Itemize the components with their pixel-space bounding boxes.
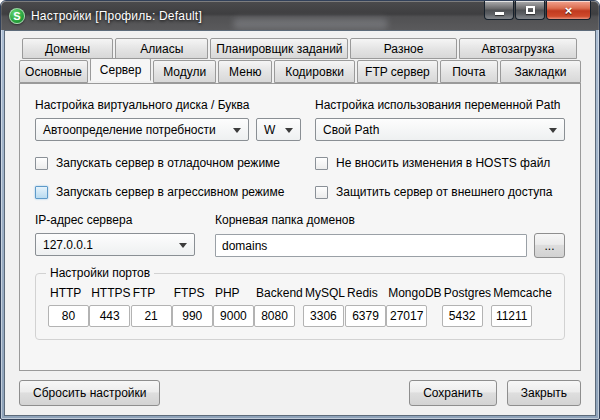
drive-letter-value: W bbox=[264, 123, 275, 137]
port-mongodb: MongoDB bbox=[386, 286, 441, 327]
port-postgres: Postgres bbox=[442, 286, 491, 327]
path-mode-value: Свой Path bbox=[323, 123, 379, 137]
server-tab-page: Настройка виртуального диска / Буква Авт… bbox=[19, 83, 581, 371]
app-logo-icon: S bbox=[9, 8, 25, 24]
checkbox-external-access-box[interactable] bbox=[315, 186, 328, 199]
tab-bar: Домены Алиасы Планировщик заданий Разное… bbox=[5, 31, 595, 83]
port-php-input[interactable] bbox=[213, 305, 254, 327]
tab-encodings[interactable]: Кодировки bbox=[274, 60, 354, 83]
save-button[interactable]: Сохранить bbox=[409, 380, 497, 406]
port-php-label: PHP bbox=[215, 286, 240, 300]
reset-settings-button[interactable]: Сбросить настройки bbox=[19, 380, 160, 406]
port-http-label: HTTP bbox=[50, 286, 81, 300]
ip-address-select[interactable]: 127.0.0.1 bbox=[35, 233, 195, 256]
port-mongodb-label: MongoDB bbox=[388, 286, 441, 300]
checkbox-debug-mode[interactable]: Запускать сервер в отладочном режиме bbox=[35, 156, 301, 170]
port-memcache-input[interactable] bbox=[491, 305, 532, 327]
root-folder-label: Корневая папка доменов bbox=[215, 213, 565, 227]
tab-misc[interactable]: Разное bbox=[350, 38, 457, 59]
window-controls: × bbox=[484, 1, 591, 20]
maximize-button[interactable] bbox=[515, 1, 545, 20]
tab-general[interactable]: Основные bbox=[19, 60, 88, 83]
port-redis: Redis bbox=[345, 286, 386, 327]
port-http-input[interactable] bbox=[48, 305, 89, 327]
checkbox-external-access[interactable]: Защитить сервер от внешнего доступа bbox=[315, 185, 565, 199]
tab-mail[interactable]: Почта bbox=[440, 60, 498, 83]
port-mysql-input[interactable] bbox=[303, 305, 344, 327]
port-https-label: HTTPS bbox=[91, 286, 130, 300]
minimize-icon bbox=[495, 12, 504, 15]
close-icon: × bbox=[565, 3, 573, 18]
checkbox-debug-mode-box[interactable] bbox=[35, 157, 48, 170]
virtual-disk-mode-value: Автоопределение потребности bbox=[43, 123, 216, 137]
ports-group: Настройки портов HTTP HTTPS FTP bbox=[35, 273, 565, 340]
tab-domains[interactable]: Домены bbox=[22, 38, 113, 59]
close-button[interactable]: × bbox=[546, 1, 591, 20]
ip-label: IP-адрес сервера bbox=[35, 213, 195, 227]
port-backend-input[interactable] bbox=[254, 305, 295, 327]
path-section: Настройка использования переменной Path … bbox=[315, 98, 565, 141]
port-memcache-label: Memcache bbox=[493, 286, 552, 300]
glass-reflection bbox=[233, 18, 388, 29]
checkbox-aggressive-mode-box[interactable] bbox=[35, 186, 48, 199]
root-folder-section: Корневая папка доменов ... bbox=[215, 213, 565, 258]
virtual-disk-label: Настройка виртуального диска / Буква bbox=[35, 98, 301, 112]
tab-row-1: Домены Алиасы Планировщик заданий Разное… bbox=[22, 38, 577, 59]
checkbox-hosts-file-box[interactable] bbox=[315, 157, 328, 170]
port-php: PHP bbox=[213, 286, 254, 327]
settings-window: S Настройки [Профиль: Default] × Домены … bbox=[0, 0, 600, 420]
ip-address-value: 127.0.0.1 bbox=[43, 238, 93, 252]
port-backend: Backend bbox=[254, 286, 303, 327]
port-ftp-input[interactable] bbox=[131, 305, 172, 327]
virtual-disk-section: Настройка виртуального диска / Буква Авт… bbox=[35, 98, 301, 141]
port-memcache: Memcache bbox=[491, 286, 552, 327]
checkbox-hosts-file-label: Не вносить изменения в HOSTS файл bbox=[336, 156, 550, 170]
path-mode-select[interactable]: Свой Path bbox=[315, 118, 565, 141]
tab-ftp-server[interactable]: FTP сервер bbox=[357, 60, 438, 83]
port-postgres-label: Postgres bbox=[444, 286, 491, 300]
tab-aliases[interactable]: Алиасы bbox=[115, 38, 208, 59]
tab-server[interactable]: Сервер bbox=[90, 58, 151, 81]
port-mongodb-input[interactable] bbox=[386, 305, 427, 327]
window-title: Настройки [Профиль: Default] bbox=[31, 9, 202, 23]
chevron-down-icon bbox=[233, 128, 241, 137]
port-https: HTTPS bbox=[89, 286, 130, 327]
tab-menu[interactable]: Меню bbox=[218, 60, 272, 83]
port-backend-label: Backend bbox=[256, 286, 303, 300]
port-redis-input[interactable] bbox=[345, 305, 386, 327]
port-https-input[interactable] bbox=[89, 305, 130, 327]
port-postgres-input[interactable] bbox=[442, 305, 483, 327]
tab-modules[interactable]: Модули bbox=[153, 60, 216, 83]
port-ftps-input[interactable] bbox=[172, 305, 213, 327]
checkbox-aggressive-mode-label: Запускать сервер в агрессивном режиме bbox=[56, 185, 285, 199]
drive-letter-select[interactable]: W bbox=[256, 118, 301, 141]
tab-autostart[interactable]: Автозагрузка bbox=[459, 38, 577, 59]
ports-group-title: Настройки портов bbox=[46, 266, 154, 280]
chevron-down-icon bbox=[285, 128, 293, 137]
port-ftps: FTPS bbox=[172, 286, 213, 327]
browse-button[interactable]: ... bbox=[534, 233, 565, 258]
port-mysql-label: MySQL bbox=[305, 286, 345, 300]
dialog-footer: Сбросить настройки Сохранить Закрыть bbox=[5, 380, 595, 406]
root-folder-input[interactable] bbox=[215, 234, 527, 257]
tab-scheduler[interactable]: Планировщик заданий bbox=[210, 38, 348, 59]
footer-actions: Сохранить Закрыть bbox=[409, 380, 581, 406]
checkbox-external-access-label: Защитить сервер от внешнего доступа bbox=[336, 185, 553, 199]
port-ftp-label: FTP bbox=[133, 286, 156, 300]
tab-row-2: Основные Сервер Модули Меню Кодировки FT… bbox=[19, 60, 581, 83]
checkbox-aggressive-mode[interactable]: Запускать сервер в агрессивном режиме bbox=[35, 185, 301, 199]
chevron-down-icon bbox=[179, 243, 187, 252]
checkbox-hosts-file[interactable]: Не вносить изменения в HOSTS файл bbox=[315, 156, 565, 170]
port-ftps-label: FTPS bbox=[174, 286, 205, 300]
minimize-button[interactable] bbox=[484, 1, 514, 20]
dialog-body: Домены Алиасы Планировщик заданий Разное… bbox=[4, 30, 596, 416]
titlebar[interactable]: S Настройки [Профиль: Default] × bbox=[1, 1, 599, 30]
tab-bookmarks[interactable]: Закладки bbox=[500, 60, 581, 83]
virtual-disk-mode-select[interactable]: Автоопределение потребности bbox=[35, 118, 249, 141]
checkbox-debug-mode-label: Запускать сервер в отладочном режиме bbox=[56, 156, 280, 170]
ip-section: IP-адрес сервера 127.0.0.1 bbox=[35, 213, 195, 258]
chevron-down-icon bbox=[549, 128, 557, 137]
port-ftp: FTP bbox=[131, 286, 172, 327]
close-dialog-button[interactable]: Закрыть bbox=[507, 380, 581, 406]
maximize-icon bbox=[526, 6, 535, 14]
